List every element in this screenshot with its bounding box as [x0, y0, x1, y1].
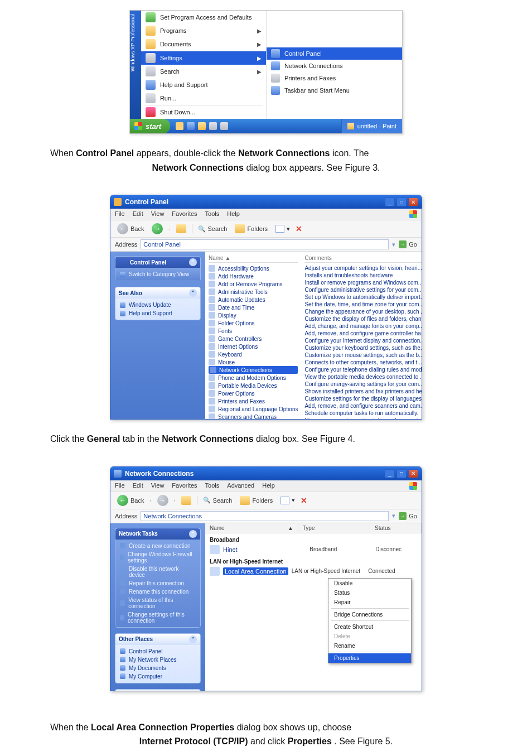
tray-icon[interactable] — [220, 122, 228, 130]
taskbar-task[interactable]: untitled - Paint — [341, 119, 402, 133]
address-input[interactable] — [141, 239, 389, 249]
connection-row[interactable]: Local Area ConnectionLAN or High-Speed I… — [205, 566, 422, 577]
folders-button[interactable]: Folders — [233, 224, 270, 234]
tray-icon[interactable] — [176, 122, 183, 130]
forward-button[interactable]: → — [149, 223, 165, 235]
search-button[interactable]: 🔍Search — [201, 496, 235, 504]
close-button[interactable]: ✕ — [408, 469, 418, 478]
side-link[interactable]: Change settings of this connection — [120, 611, 196, 624]
go-button[interactable]: →Go — [399, 512, 417, 520]
side-link[interactable]: View status of this connection — [120, 597, 196, 609]
menu-view[interactable]: View — [151, 210, 165, 218]
tray-icon[interactable] — [198, 122, 206, 130]
views-button[interactable]: ▾ — [278, 496, 297, 505]
minimize-button[interactable]: _ — [385, 198, 395, 206]
list-item[interactable]: Administrative Tools — [209, 288, 298, 296]
column-header-type[interactable]: Type — [298, 523, 370, 533]
start-menu-item[interactable]: Set Program Access and Defaults — [141, 11, 266, 24]
list-item[interactable]: Scanners and Cameras — [209, 413, 298, 419]
column-header-status[interactable]: Status — [370, 523, 422, 533]
side-link[interactable]: Rename this connection — [120, 589, 196, 595]
forward-button[interactable]: → — [155, 494, 171, 507]
collapse-icon[interactable]: ˄ — [189, 530, 197, 538]
context-menu-item[interactable]: Bridge Connections — [328, 610, 411, 619]
delete-icon[interactable]: ✕ — [301, 496, 307, 505]
list-item[interactable]: Game Controllers — [209, 335, 298, 343]
list-item[interactable]: Display — [209, 311, 298, 319]
menu-edit[interactable]: Edit — [133, 482, 143, 490]
up-button[interactable] — [179, 495, 194, 505]
menu-advanced[interactable]: Advanced — [227, 482, 254, 490]
list-item[interactable]: Printers and Faxes — [209, 397, 298, 405]
list-item[interactable]: Regional and Language Options — [209, 405, 298, 413]
collapse-icon[interactable]: ˄ — [189, 289, 197, 297]
maximize-button[interactable]: □ — [396, 198, 407, 206]
submenu-item[interactable]: Network Connections — [267, 60, 402, 72]
menu-favorites[interactable]: Favorites — [172, 210, 197, 218]
context-menu-item[interactable]: Create Shortcut — [328, 622, 411, 632]
collapse-icon[interactable]: ˄ — [189, 635, 197, 643]
submenu-item[interactable]: Control Panel — [267, 47, 402, 60]
side-link[interactable]: Disable this network device — [120, 566, 196, 578]
context-menu-item[interactable]: Rename — [328, 641, 411, 651]
address-input[interactable] — [141, 511, 389, 521]
start-menu-item[interactable]: Run... — [141, 92, 266, 105]
submenu-item[interactable]: Printers and Faxes — [267, 72, 402, 84]
context-menu-item[interactable]: Status — [328, 588, 411, 598]
list-item[interactable]: Folder Options — [209, 319, 298, 327]
start-menu-item[interactable]: Search▶ — [141, 65, 266, 78]
tray-icon[interactable] — [209, 122, 217, 130]
start-menu-item[interactable]: Shut Down... — [141, 105, 266, 119]
context-menu-item[interactable]: Disable — [328, 579, 411, 588]
start-button[interactable]: start — [130, 119, 170, 133]
minimize-button[interactable]: _ — [385, 469, 395, 478]
switch-view-link[interactable]: Switch to Category View — [120, 271, 196, 277]
back-button[interactable]: ←Back — [115, 223, 146, 235]
views-button[interactable]: ▾ — [273, 224, 292, 233]
go-button[interactable]: →Go — [399, 240, 417, 248]
context-menu-item[interactable]: Properties — [328, 653, 411, 663]
side-link[interactable]: My Computer — [120, 673, 196, 680]
dropdown-icon[interactable]: ▾ — [392, 241, 395, 248]
side-link[interactable]: My Documents — [120, 665, 196, 671]
maximize-button[interactable]: □ — [396, 469, 407, 478]
collapse-icon[interactable]: ˄ — [189, 258, 197, 266]
side-link[interactable]: My Network Places — [120, 657, 196, 663]
list-item[interactable]: Mouse — [209, 358, 298, 366]
column-header-name[interactable]: Name ▲ — [209, 255, 298, 263]
list-item[interactable]: Power Options — [209, 389, 298, 397]
list-item[interactable]: Automatic Updates — [209, 296, 298, 304]
side-link[interactable]: Change Windows Firewall settings — [120, 551, 196, 564]
start-menu-item[interactable]: Help and Support — [141, 78, 266, 92]
menu-tools[interactable]: Tools — [205, 210, 220, 218]
side-link[interactable]: Windows Update — [120, 302, 196, 308]
list-item[interactable]: Fonts — [209, 327, 298, 335]
list-item[interactable]: Date and Time — [209, 304, 298, 311]
list-item[interactable]: Phone and Modem Options — [209, 374, 298, 382]
start-menu-item[interactable]: Documents▶ — [141, 37, 266, 51]
close-button[interactable]: ✕ — [408, 198, 418, 206]
list-item[interactable]: Accessibility Options — [209, 264, 298, 272]
folders-button[interactable]: Folders — [238, 495, 275, 505]
delete-icon[interactable]: ✕ — [296, 224, 302, 233]
menu-help[interactable]: Help — [262, 482, 275, 490]
menu-help[interactable]: Help — [227, 210, 240, 218]
submenu-item[interactable]: Taskbar and Start Menu — [267, 84, 402, 97]
list-item[interactable]: Keyboard — [209, 350, 298, 358]
start-menu-item[interactable]: Programs▶ — [141, 24, 266, 37]
list-item[interactable]: Portable Media Devices — [209, 382, 298, 389]
column-header-comments[interactable]: Comments — [304, 255, 422, 263]
start-menu-item[interactable]: Settings▶ — [141, 51, 266, 65]
side-link[interactable]: Create a new connection — [120, 543, 196, 549]
up-button[interactable] — [174, 224, 188, 234]
menu-file[interactable]: File — [115, 482, 125, 490]
tray-icon[interactable] — [187, 122, 195, 130]
side-link[interactable]: Help and Support — [120, 310, 196, 316]
list-item[interactable]: Internet Options — [209, 343, 298, 350]
menu-favorites[interactable]: Favorites — [172, 482, 197, 490]
menu-edit[interactable]: Edit — [133, 210, 143, 218]
column-header-name[interactable]: Name ▲ — [205, 523, 298, 533]
connection-row[interactable]: HinetBroadbandDisconnec — [205, 544, 422, 555]
side-link[interactable]: Repair this connection — [120, 580, 196, 586]
menu-tools[interactable]: Tools — [205, 482, 220, 490]
